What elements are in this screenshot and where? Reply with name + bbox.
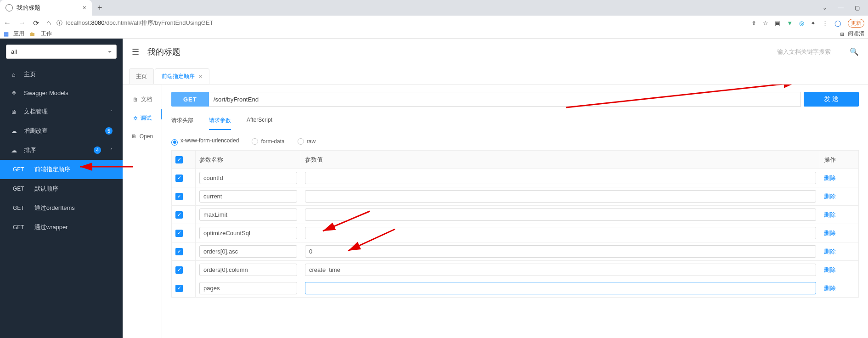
sidebar-item-排序[interactable]: ☁ 排序4˄ — [0, 141, 123, 160]
vue-devtools-icon[interactable]: ▼ — [787, 20, 793, 27]
ext-icon-2[interactable]: ◎ — [799, 20, 804, 27]
site-info-icon[interactable]: ⓘ — [56, 19, 62, 27]
param-row: ✓ 删除 — [172, 169, 859, 187]
request-path-input[interactable] — [209, 92, 801, 107]
http-verb-label: GET — [13, 224, 24, 231]
close-icon[interactable]: ✕ — [198, 73, 203, 79]
delete-button[interactable]: 删除 — [824, 285, 836, 292]
update-button[interactable]: 更新 — [848, 19, 864, 28]
menu-icon[interactable]: ⋮ — [822, 20, 828, 27]
sidebar-item-label: Swagger Models — [24, 90, 68, 96]
bodytype-raw[interactable]: raw — [298, 137, 316, 145]
delete-button[interactable]: 删除 — [824, 230, 836, 237]
request-row: GET 发 送 — [171, 92, 859, 107]
reading-list[interactable]: 🗉 阅读清 — [840, 30, 864, 38]
tab-主页[interactable]: 主页 — [129, 68, 154, 84]
sidebar-item-文档管理[interactable]: 🗎 文档管理˅ — [0, 102, 123, 121]
param-name-input[interactable] — [199, 264, 297, 276]
param-value-input[interactable] — [305, 227, 816, 239]
favicon — [6, 4, 13, 11]
search-icon[interactable]: 🔍 — [850, 47, 859, 56]
param-name-input[interactable] — [199, 245, 297, 258]
group-selector[interactable]: all — [6, 45, 117, 59]
row-checkbox[interactable]: ✓ — [175, 211, 183, 219]
extensions-icon[interactable]: ✦ — [811, 20, 816, 27]
bookmark-work[interactable]: 工作 — [41, 30, 52, 38]
url-path: /doc.html#/all/排序/byFrontEndUsingGET — [105, 19, 214, 26]
subtab-请求头部[interactable]: 请求头部 — [171, 117, 193, 130]
row-checkbox[interactable]: ✓ — [175, 266, 183, 274]
tab-前端指定顺序[interactable]: 前端指定顺序✕ — [155, 68, 209, 84]
count-badge: 4 — [94, 146, 101, 154]
vtab-label: 文档 — [141, 96, 152, 103]
sidebar-subitem-通过wrapper[interactable]: GET 通过wrapper — [0, 218, 123, 237]
ext-icon-1[interactable]: ▣ — [775, 20, 780, 27]
vtab-文档[interactable]: 🗎文档 — [123, 90, 162, 109]
radio-icon — [298, 138, 304, 145]
bodytype-x-www-form-urlencoded[interactable]: x-www-form-urlencoded — [171, 137, 239, 144]
new-tab-button[interactable]: + — [97, 3, 102, 13]
param-value-input[interactable] — [305, 190, 816, 203]
param-value-input[interactable] — [305, 245, 816, 258]
profile-icon[interactable]: ◯ — [834, 20, 841, 27]
sidebar-subitem-label: 前端指定顺序 — [34, 165, 70, 174]
param-value-input[interactable] — [305, 264, 816, 276]
send-button[interactable]: 发 送 — [804, 92, 859, 107]
param-value-input[interactable] — [305, 172, 816, 184]
sidebar-subitem-前端指定顺序[interactable]: GET 前端指定顺序 — [0, 160, 123, 179]
sidebar-item-Swagger Models[interactable]: ❅ Swagger Models — [0, 84, 123, 102]
delete-button[interactable]: 删除 — [824, 175, 836, 181]
sidebar-item-label: 主页 — [24, 70, 36, 79]
delete-button[interactable]: 删除 — [824, 193, 836, 200]
row-checkbox[interactable]: ✓ — [175, 175, 183, 182]
body-type-row: x-www-form-urlencodedform-dataraw — [171, 137, 859, 145]
row-checkbox[interactable]: ✓ — [175, 230, 183, 237]
row-checkbox[interactable]: ✓ — [175, 193, 183, 200]
close-icon[interactable]: × — [83, 4, 86, 11]
reload-icon[interactable]: ⟳ — [33, 19, 39, 28]
forward-icon[interactable]: → — [18, 19, 26, 27]
param-value-input[interactable] — [305, 208, 816, 221]
param-name-input[interactable] — [199, 190, 297, 203]
row-checkbox[interactable]: ✓ — [175, 285, 183, 292]
param-name-input[interactable] — [199, 208, 297, 221]
bodytype-form-data[interactable]: form-data — [252, 137, 284, 145]
reading-list-label: 阅读清 — [848, 30, 864, 38]
sidebar-item-增删改查[interactable]: ☁ 增删改查5 — [0, 121, 123, 141]
select-all-checkbox[interactable]: ✓ — [175, 156, 183, 163]
delete-button[interactable]: 删除 — [824, 211, 836, 218]
back-icon[interactable]: ← — [4, 19, 11, 27]
param-name-input[interactable] — [199, 172, 297, 184]
http-verb-label: GET — [13, 186, 24, 192]
sidebar-subitem-通过orderItems[interactable]: GET 通过orderItems — [0, 198, 123, 218]
bookmark-apps[interactable]: 应用 — [13, 30, 24, 38]
vtab-Open[interactable]: 🗎Open — [123, 128, 162, 145]
param-name-input[interactable] — [199, 227, 297, 239]
browser-tab[interactable]: 我的标题 × — [0, 0, 92, 16]
count-badge: 5 — [105, 127, 113, 135]
tab-strip: 我的标题 × + ⌄ — ▢ — [0, 0, 868, 16]
extension-icons: ⇪ ☆ ▣ ▼ ◎ ✦ ⋮ ◯ 更新 — [751, 19, 864, 28]
param-name-input[interactable] — [199, 282, 297, 294]
sidebar-subitem-默认顺序[interactable]: GET 默认顺序 — [0, 179, 123, 198]
row-checkbox[interactable]: ✓ — [175, 248, 183, 255]
url-host: localhost — [66, 19, 90, 26]
sidebar-item-主页[interactable]: ⌂ 主页 — [0, 65, 123, 84]
share-icon[interactable]: ⇪ — [751, 20, 756, 27]
star-icon[interactable]: ☆ — [763, 20, 768, 27]
search-input[interactable] — [776, 48, 845, 56]
subtab-AfterScript[interactable]: AfterScript — [247, 117, 272, 130]
home-icon[interactable]: ⌂ — [46, 19, 51, 27]
vtab-调试[interactable]: ✲调试 — [123, 109, 162, 128]
param-value-input[interactable] — [305, 282, 816, 294]
collapse-sidebar-icon[interactable]: ☰ — [132, 47, 139, 57]
delete-button[interactable]: 删除 — [824, 248, 836, 255]
minimize-icon[interactable]: — — [838, 5, 844, 11]
app-shell: all ⌂ 主页❅ Swagger Models🗎 文档管理˅☁ 增删改查5☁ … — [0, 39, 868, 338]
subtab-请求参数[interactable]: 请求参数 — [209, 117, 231, 130]
maximize-icon[interactable]: ▢ — [855, 5, 860, 11]
delete-button[interactable]: 删除 — [824, 266, 836, 273]
url-display[interactable]: ⓘ localhost:8080/doc.html#/all/排序/byFron… — [56, 19, 746, 27]
chevron-down-icon[interactable]: ⌄ — [823, 5, 827, 11]
apps-icon[interactable]: ▦ — [4, 31, 8, 37]
